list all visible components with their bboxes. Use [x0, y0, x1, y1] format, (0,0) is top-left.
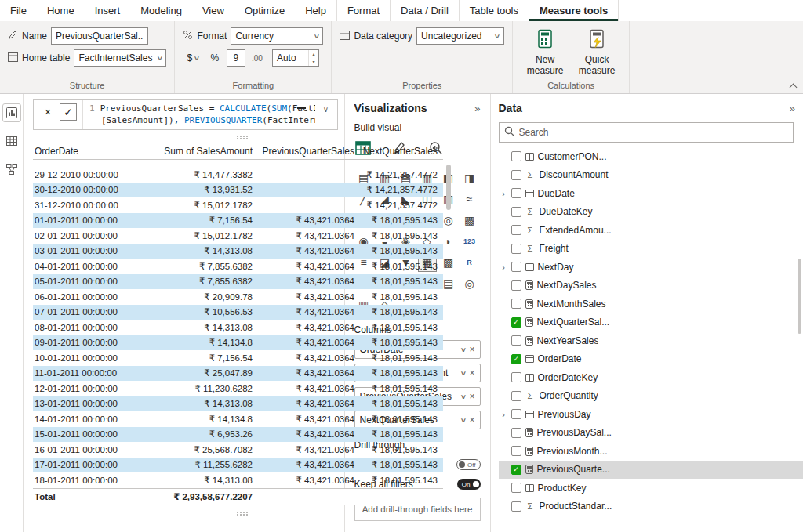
collapse-pane-icon[interactable]: » [474, 103, 480, 114]
table-row[interactable]: 14-01-2011 00:00:00₹ 14,134.8₹ 43,421.03… [33, 411, 443, 427]
field-checkbox[interactable] [511, 151, 521, 161]
visual-drag-handle[interactable] [237, 136, 238, 137]
table-view-button[interactable] [2, 132, 21, 150]
chevron-down-icon[interactable]: ∨ [460, 370, 467, 377]
table-scrollbar[interactable] [445, 144, 452, 505]
collapse-ribbon-icon[interactable] [790, 82, 798, 89]
table-scrollbar-thumb[interactable] [446, 165, 451, 210]
field-item-previousquarte[interactable]: ✓PreviousQuarte... [499, 461, 803, 480]
column-header-orderdate[interactable]: OrderDate [33, 144, 157, 157]
field-checkbox[interactable] [511, 262, 521, 272]
expand-formula-bar-chevron[interactable]: ∨ [315, 100, 337, 129]
tab-format[interactable]: Format [336, 0, 390, 21]
table-row[interactable]: 07-01-2011 00:00:00₹ 10,556.53₹ 43,421.0… [33, 305, 443, 320]
field-item-previousmonth[interactable]: PreviousMonth... [499, 442, 803, 461]
field-item-freight[interactable]: ΣFreight [499, 240, 803, 259]
field-checkbox[interactable] [511, 188, 521, 198]
field-item-extendedamou[interactable]: ΣExtendedAmou... [499, 221, 803, 240]
field-item-productstandar[interactable]: ΣProductStandar... [499, 498, 803, 516]
table-row[interactable]: 29-12-2010 00:00:00₹ 14,477.3382₹ 14,21,… [33, 167, 443, 183]
table-row[interactable]: 02-01-2011 00:00:00₹ 15,012.1782₹ 43,421… [33, 228, 443, 244]
new-measure-button[interactable]: New measure [524, 27, 566, 76]
visual-type-100-stacked-column-chart[interactable]: ◨ [460, 168, 479, 187]
field-item-nextquartersal[interactable]: ✓NextQuarterSal... [499, 313, 803, 332]
field-item-nextday[interactable]: ›NextDay [499, 258, 803, 277]
expand-icon[interactable]: › [500, 410, 507, 419]
tab-optimize[interactable]: Optimize [234, 0, 295, 21]
visual-type-treemap[interactable]: ▩ [460, 211, 479, 230]
remove-field-icon[interactable]: × [469, 414, 474, 425]
stepper-arrows[interactable]: ▴▾ [308, 50, 318, 66]
field-checkbox[interactable] [511, 372, 521, 382]
cancel-formula-button[interactable]: × [39, 103, 56, 121]
column-header-previousquartersales[interactable]: PreviousQuarterSales [257, 144, 359, 157]
chevron-down-icon[interactable]: ∨ [460, 346, 467, 353]
tab-file[interactable]: File [0, 0, 37, 21]
commit-formula-button[interactable]: ✓ [60, 103, 77, 121]
table-row[interactable]: 13-01-2011 00:00:00₹ 14,313.08₹ 43,421.0… [33, 396, 443, 412]
data-category-select[interactable]: Uncategorized ∨ [416, 27, 504, 45]
field-item-nextmonthsales[interactable]: NextMonthSales [499, 295, 803, 313]
field-item-customerpon[interactable]: CustomerPON... [499, 147, 803, 166]
table-row[interactable]: 12-01-2011 00:00:00₹ 11,230.6282₹ 43,421… [33, 381, 443, 396]
tab-insert[interactable]: Insert [85, 0, 131, 21]
field-item-previousday[interactable]: ›PreviousDay [499, 405, 803, 424]
field-item-nextdaysales[interactable]: NextDaySales [499, 277, 803, 295]
table-row[interactable]: 31-12-2010 00:00:00₹ 15,012.1782₹ 14,21,… [33, 197, 443, 213]
tab-home[interactable]: Home [37, 0, 85, 21]
table-row[interactable]: 16-01-2011 00:00:00₹ 25,568.7082₹ 43,421… [33, 442, 443, 458]
field-checkbox[interactable] [511, 391, 521, 401]
model-view-button[interactable] [2, 160, 21, 179]
collapse-pane-icon[interactable]: » [790, 103, 795, 114]
field-checkbox[interactable] [511, 299, 521, 309]
table-row[interactable]: 08-01-2011 00:00:00₹ 14,313.08₹ 43,421.0… [33, 320, 443, 335]
visual-type-card[interactable]: 123 [460, 232, 479, 251]
field-checkbox[interactable] [511, 280, 521, 291]
tab-measure-tools[interactable]: Measure tools [529, 0, 619, 21]
field-item-orderdatekey[interactable]: OrderDateKey [499, 368, 803, 387]
column-header-nextquartersales[interactable]: NextQuarterSales [359, 144, 442, 157]
field-item-duedatekey[interactable]: ΣDueDateKey [499, 203, 803, 222]
field-checkbox[interactable] [511, 501, 521, 512]
tab-view[interactable]: View [192, 0, 234, 21]
table-row[interactable]: 10-01-2011 00:00:00₹ 7,156.54₹ 43,421.03… [33, 350, 443, 366]
tab-help[interactable]: Help [295, 0, 336, 21]
formula-editor[interactable]: 1PreviousQuarterSales = CALCULATE(SUM(Fa… [83, 100, 315, 129]
quick-measure-button[interactable]: Quick measure [576, 27, 618, 76]
format-select[interactable]: Currency ∨ [231, 27, 323, 45]
field-checkbox[interactable] [511, 244, 521, 254]
visual-type-r-script-visual[interactable]: R [460, 253, 479, 272]
table-row[interactable]: 05-01-2011 00:00:00₹ 7,855.6382₹ 43,421.… [33, 274, 443, 290]
report-canvas[interactable]: × ✓ 1PreviousQuarterSales = CALCULATE(SU… [24, 94, 344, 532]
tab-modeling[interactable]: Modeling [130, 0, 192, 21]
table-row[interactable]: 06-01-2011 00:00:00₹ 20,909.78₹ 43,421.0… [33, 289, 443, 305]
visual-resize-handle[interactable] [237, 512, 238, 513]
table-row[interactable]: 03-01-2011 00:00:00₹ 14,313.08₹ 43,421.0… [33, 244, 443, 259]
field-checkbox[interactable] [511, 170, 521, 180]
remove-field-icon[interactable]: × [469, 344, 474, 355]
chevron-down-icon[interactable]: ∨ [460, 417, 467, 424]
table-row[interactable]: 04-01-2011 00:00:00₹ 7,855.6382₹ 43,421.… [33, 259, 443, 274]
decimal-places-button[interactable]: .00 [248, 49, 267, 67]
field-checkbox[interactable]: ✓ [511, 317, 521, 328]
field-checkbox[interactable] [511, 409, 521, 419]
report-view-button[interactable] [2, 103, 21, 122]
data-pane-scrollbar-thumb[interactable] [798, 259, 801, 334]
thousands-separator-button[interactable]: 9 [227, 49, 245, 67]
table-row[interactable]: 30-12-2010 00:00:00₹ 13,931.52₹ 14,21,35… [33, 183, 443, 198]
visual-type-metrics[interactable]: ◎ [460, 274, 479, 293]
field-item-previousdaysal[interactable]: PreviousDaySal... [499, 424, 803, 443]
measure-name-input[interactable] [51, 27, 148, 45]
table-row[interactable]: 15-01-2011 00:00:00₹ 6,953.26₹ 43,421.03… [33, 427, 443, 443]
field-checkbox[interactable] [511, 207, 521, 217]
column-header-sum-of-salesamount[interactable]: Sum of SalesAmount [157, 144, 257, 157]
field-item-orderdate[interactable]: ✓OrderDate [499, 350, 803, 369]
field-item-discountamount[interactable]: ΣDiscountAmount [499, 166, 803, 185]
keep-all-filters-toggle[interactable]: On [457, 479, 481, 490]
field-item-productkey[interactable]: ProductKey [499, 479, 803, 498]
field-item-orderquantity[interactable]: ΣOrderQuantity [499, 387, 803, 406]
field-checkbox[interactable] [511, 446, 521, 456]
expand-icon[interactable]: › [500, 189, 507, 198]
table-row[interactable]: 09-01-2011 00:00:00₹ 14,134.8₹ 43,421.03… [33, 335, 443, 351]
field-checkbox[interactable] [511, 483, 521, 493]
